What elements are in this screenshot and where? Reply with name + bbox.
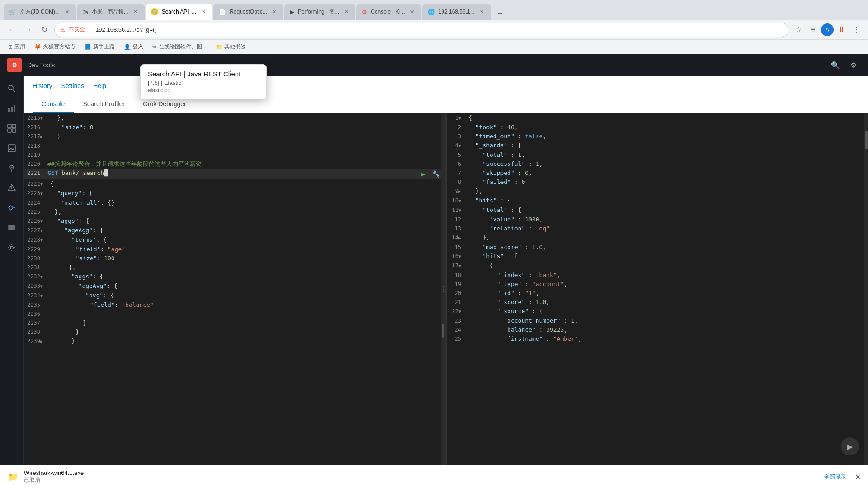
wrench-button[interactable]: 🔧	[430, 169, 441, 179]
account-button[interactable]: A	[821, 23, 834, 36]
tab-request[interactable]: 📄 RequestOptic... ✕	[213, 4, 283, 20]
back-button[interactable]: ←	[5, 23, 18, 36]
pause-button[interactable]: ⏸	[835, 23, 848, 36]
right-line-9: 9▶ },	[447, 187, 868, 196]
svg-rect-4	[14, 105, 15, 112]
bookmark-login[interactable]: 👤 登入	[121, 42, 146, 52]
svg-point-11	[11, 167, 12, 168]
sidebar-icon-discover[interactable]	[3, 80, 21, 98]
menu-button[interactable]: ⋮	[850, 23, 863, 36]
code-line-2218: 2218	[24, 141, 445, 150]
header-settings-icon[interactable]: ⚙	[846, 58, 861, 72]
tab-favicon-ip: 🌐	[428, 9, 435, 15]
tab-jd1[interactable]: 🛒 京东(JD.COM)... ✕	[4, 4, 76, 20]
tab-performing[interactable]: ▶ Performing - 图... ✕	[284, 4, 355, 20]
right-line-14: 14▶ },	[447, 233, 868, 243]
run-button[interactable]: ▶	[418, 169, 429, 179]
close-download-bar-button[interactable]: ✕	[855, 473, 861, 481]
tab-favicon-jd2: 🛍	[82, 9, 88, 15]
sidebar-icon-maps[interactable]	[3, 159, 21, 177]
right-content-12: "value" : 1000,	[468, 215, 542, 224]
line-content-2222: {	[50, 179, 54, 188]
history-action[interactable]: History	[33, 81, 52, 90]
sidebar-icon-visualize[interactable]	[3, 99, 21, 117]
code-line-2220: 2220 ##按照年龄聚合，并且请求这些年龄段的这些人的平均薪资	[24, 160, 445, 169]
code-line-2235: 2235 "field": "balance"	[24, 300, 445, 310]
help-action[interactable]: Help	[93, 81, 106, 90]
code-line-2230: 2230 "size": 100	[24, 254, 445, 263]
tab-close-performing[interactable]: ✕	[343, 8, 350, 15]
tab-console[interactable]: ⚙ Console - Ki... ✕	[356, 4, 421, 20]
right-num-16: 16▼	[450, 252, 468, 261]
bookmark-label-login: 登入	[132, 43, 143, 51]
tab-jd2[interactable]: 🛍 小米 - 商品搜... ✕	[77, 4, 145, 20]
sidebar-icon-ml[interactable]	[3, 179, 21, 197]
tab-close-search[interactable]: ✕	[200, 8, 207, 15]
forward-button[interactable]: →	[22, 23, 34, 36]
address-bar[interactable]: ⚠ 不安全 | 192.168.56.1.../e?_g=()	[54, 23, 788, 37]
right-editor[interactable]: 1▼ { 2 "took" : 46, 3 "timed_out" : fals…	[447, 113, 868, 465]
right-content-15: "max_score" : 1.0,	[468, 243, 546, 252]
right-line-20: 20 "_id" : "1",	[447, 289, 868, 298]
read-mode-button[interactable]: ≡	[807, 23, 819, 36]
tab-close-request[interactable]: ✕	[271, 8, 278, 15]
header-search-icon[interactable]: 🔍	[828, 58, 843, 72]
tab-title-search: Search API |...	[162, 9, 197, 15]
tab-search-profiler[interactable]: Search Profiler	[74, 96, 134, 113]
tab-close-console[interactable]: ✕	[409, 8, 416, 15]
settings-action[interactable]: Settings	[61, 81, 85, 90]
right-content-9: },	[468, 187, 482, 196]
line-num-2238: 2238	[27, 328, 47, 337]
sidebar-icon-devtools[interactable]	[3, 199, 21, 217]
sidebar-icon-canvas[interactable]	[3, 139, 21, 157]
tab-close-jd2[interactable]: ✕	[132, 8, 139, 15]
code-line-2229: 2229 "field": "age",	[24, 245, 445, 254]
bookmark-other[interactable]: 📁 其他书签	[213, 42, 249, 52]
tab-close-jd1[interactable]: ✕	[63, 8, 71, 15]
tab-favicon-jd1: 🛒	[9, 9, 16, 15]
new-tab-button[interactable]: +	[494, 7, 506, 20]
tab-search-api[interactable]: 🔍 Search API |... ✕	[146, 4, 213, 20]
left-scrollbar-thumb[interactable]	[442, 324, 444, 338]
bookmark-newuser[interactable]: 📘 新手上路	[82, 42, 118, 52]
line-num-2233: 2233▼	[27, 282, 50, 291]
bookmark-label-firefox: 火狐官方站点	[43, 43, 75, 51]
left-editor[interactable]: 2215▼ }, 2216 "size": 0 2217▶	[24, 113, 447, 465]
right-scrollbar[interactable]	[864, 113, 868, 465]
svg-rect-17	[8, 227, 15, 229]
bookmark-firefox[interactable]: 🦊 火狐官方站点	[32, 42, 78, 52]
left-code-container[interactable]: 2215▼ }, 2216 "size": 0 2217▶	[24, 113, 445, 465]
right-content-4: "_shards" : {	[468, 141, 521, 150]
svg-point-14	[11, 186, 12, 187]
bookmark-star-button[interactable]: ☆	[792, 23, 805, 36]
right-content-16: "hits" : [	[468, 252, 518, 261]
line-num-2225: 2225	[27, 207, 47, 216]
right-line-6: 6 "successful" : 1,	[447, 160, 868, 169]
right-code-container[interactable]: 1▼ { 2 "took" : 46, 3 "timed_out" : fals…	[447, 113, 868, 465]
show-all-downloads-button[interactable]: 全部显示	[821, 471, 849, 483]
tab-close-ip[interactable]: ✕	[478, 8, 486, 15]
right-scrollbar-thumb[interactable]	[865, 131, 868, 149]
bookmark-apps[interactable]: ⊞ 应用	[5, 42, 28, 52]
tab-ip[interactable]: 🌐 192.168.56.1... ✕	[422, 4, 491, 20]
line-num-2239: 2239▶	[27, 337, 50, 346]
right-num-13: 13	[450, 224, 468, 233]
sidebar-icon-stack[interactable]	[3, 219, 21, 237]
resize-handle[interactable]	[441, 286, 445, 292]
tab-console[interactable]: Console	[33, 96, 74, 113]
sidebar-icon-dashboard[interactable]	[3, 119, 21, 137]
floating-play-button[interactable]: ▶	[841, 437, 859, 455]
line-num-2218: 2218	[27, 141, 47, 150]
line-num-2235: 2235	[27, 300, 47, 310]
refresh-button[interactable]: ↻	[38, 23, 51, 36]
line-content-2235: "field": "balance"	[47, 300, 154, 310]
line-num-2221: 2221	[27, 169, 47, 178]
security-warning-icon: ⚠	[60, 27, 65, 33]
code-line-2233: 2233▼ "ageAvg": {	[24, 282, 445, 291]
line-num-2229: 2229	[27, 245, 47, 254]
code-line-2227: 2227▼ "ageAgg": {	[24, 226, 445, 235]
code-line-2238: 2238 }	[24, 328, 445, 337]
bookmark-drawing[interactable]: ✏ 在线绘图软件、图...	[150, 42, 209, 52]
kibana-logo: D	[7, 58, 22, 72]
sidebar-icon-management[interactable]	[3, 239, 21, 257]
